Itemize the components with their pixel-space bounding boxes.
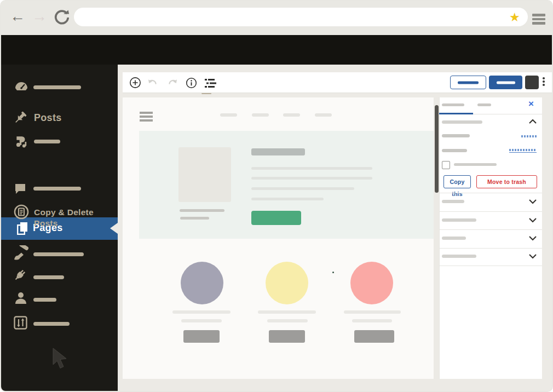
hero-text-line	[251, 167, 372, 170]
hero-text-line	[251, 198, 324, 200]
appearance-brush-icon[interactable]	[13, 245, 28, 261]
pages-icon	[16, 222, 29, 236]
undo-icon[interactable]	[147, 78, 158, 89]
feature-circle-2	[266, 262, 308, 304]
forward-arrow-icon[interactable]: →	[32, 9, 47, 24]
hero-caption-line	[180, 209, 224, 212]
chevron-up-icon[interactable]	[528, 118, 537, 125]
chevron-down-icon[interactable]	[528, 235, 537, 241]
sidebar-item-plugins[interactable]	[33, 275, 64, 279]
plugin-icon[interactable]	[13, 268, 27, 282]
panel-move-to-trash-button[interactable]: Move to trash	[476, 175, 537, 188]
sidebar-item-posts[interactable]: Posts	[34, 112, 62, 124]
panel-divider	[439, 211, 542, 212]
panel-collapsed-section-title	[442, 237, 466, 240]
sidebar-item-appearance[interactable]	[33, 252, 84, 256]
panel-field-value-link[interactable]	[521, 135, 537, 137]
nav-link-placeholder	[315, 113, 332, 117]
sidebar-item-settings[interactable]	[33, 322, 70, 326]
url-input[interactable]	[74, 8, 528, 26]
panel-field-value-link[interactable]	[509, 149, 537, 153]
panel-copy-this-button[interactable]: Copy this	[443, 175, 471, 188]
panel-checkbox[interactable]	[442, 161, 450, 169]
nav-link-placeholder	[283, 113, 300, 117]
preview-hamburger-icon	[140, 112, 153, 122]
panel-field-label	[442, 149, 467, 152]
panel-divider	[439, 266, 542, 266]
sidebar-item-comments[interactable]	[33, 187, 81, 191]
feature-text-line	[258, 310, 316, 314]
panel-collapsed-section-title	[442, 218, 476, 222]
feature-text-line	[181, 319, 222, 322]
wp-admin-bar: W + Copy this Copy & Delete [0]	[1, 35, 552, 65]
feature-circle-1	[181, 262, 223, 304]
wp-sidebar-menu: Posts Pages Copy & Delete Posts	[1, 65, 118, 392]
feature-button[interactable]	[354, 330, 394, 343]
hero-image-placeholder	[178, 147, 231, 202]
panel-divider	[439, 193, 542, 193]
publish-button[interactable]	[489, 76, 522, 89]
hero-title-placeholder	[251, 148, 305, 155]
browser-menu-icon[interactable]	[532, 14, 545, 26]
copy-delete-icon[interactable]	[14, 204, 29, 220]
chevron-down-icon[interactable]	[528, 253, 537, 260]
settings-toggle-button[interactable]	[525, 76, 539, 89]
panel-tab-document[interactable]	[442, 103, 464, 106]
browser-toolbar: ← → ★	[1, 1, 552, 35]
feature-circle-3	[350, 262, 393, 304]
nav-link-placeholder	[252, 113, 269, 117]
hero-cta-button[interactable]	[251, 211, 301, 225]
users-icon[interactable]	[14, 291, 28, 305]
redo-icon[interactable]	[168, 78, 178, 89]
panel-collapsed-section-title	[442, 200, 464, 203]
feature-button[interactable]	[183, 330, 220, 343]
media-icon[interactable]	[14, 135, 28, 149]
sidebar-item-media[interactable]	[34, 140, 60, 143]
chevron-down-icon[interactable]	[528, 198, 537, 205]
save-draft-button[interactable]	[450, 76, 486, 89]
nav-link-placeholder	[220, 113, 237, 117]
sidebar-item-copy-delete-posts[interactable]: Copy & Delete Posts	[34, 207, 106, 229]
settings-sliders-icon[interactable]	[14, 316, 27, 330]
panel-tab-block[interactable]	[477, 103, 491, 106]
feature-text-line	[172, 310, 231, 314]
hero-caption-line	[180, 217, 209, 220]
chevron-down-icon[interactable]	[528, 217, 537, 223]
list-view-icon[interactable]	[205, 78, 216, 88]
save-draft-label-placeholder	[458, 81, 479, 84]
hero-text-line	[251, 187, 354, 190]
panel-checkbox-label	[454, 163, 497, 166]
panel-divider	[439, 248, 542, 249]
info-icon[interactable]	[186, 77, 197, 89]
back-arrow-icon[interactable]: ←	[10, 9, 25, 24]
feature-text-line	[352, 319, 392, 322]
active-tab-underline	[439, 113, 473, 114]
pushpin-icon[interactable]	[13, 111, 27, 125]
close-icon[interactable]: ×	[528, 99, 534, 108]
panel-collapsed-section-title	[442, 255, 476, 258]
mouse-cursor-icon	[52, 348, 70, 371]
feature-button[interactable]	[269, 330, 305, 343]
comments-icon[interactable]	[14, 182, 27, 195]
text-caret-dot	[332, 272, 334, 273]
bookmark-star-icon[interactable]: ★	[509, 10, 520, 25]
sidebar-item-dashboard[interactable]	[33, 85, 81, 89]
dashboard-gauge-icon[interactable]	[15, 81, 28, 92]
panel-divider	[439, 229, 542, 230]
sidebar-item-users[interactable]	[33, 298, 56, 302]
panel-section-title-placeholder	[442, 120, 482, 124]
feature-text-line	[267, 319, 308, 322]
block-inserter-icon[interactable]	[129, 77, 141, 89]
reload-icon[interactable]	[54, 9, 70, 26]
hero-text-line	[251, 177, 372, 180]
panel-field-label	[442, 134, 470, 137]
editor-scrollbar-thumb[interactable]	[435, 105, 439, 193]
browser-window: ← → ★ W + Copy this Copy & Delete [0]	[0, 0, 553, 392]
active-item-arrow	[110, 223, 118, 234]
feature-text-line	[344, 310, 401, 314]
publish-label-placeholder	[497, 81, 515, 84]
options-kebab-icon[interactable]	[543, 77, 545, 87]
